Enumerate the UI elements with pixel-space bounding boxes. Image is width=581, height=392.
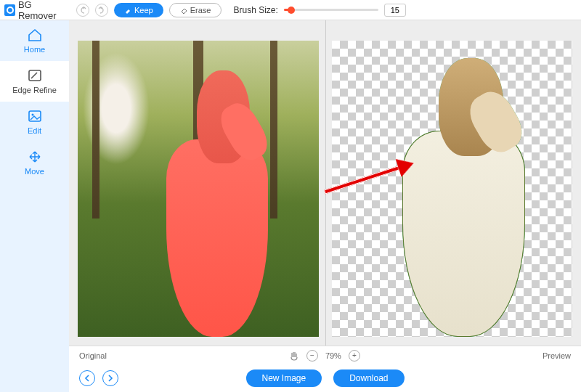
sidebar-item-label: Move: [25, 167, 44, 176]
app-title: BG Remover: [18, 0, 69, 21]
bottom-bar: New Image Download: [69, 364, 581, 392]
tree-icon: [92, 41, 99, 219]
brush-icon: [124, 7, 131, 14]
download-button[interactable]: Download: [333, 369, 404, 387]
home-icon: [27, 28, 43, 42]
sidebar-item-edge-refine[interactable]: Edge Refine: [0, 61, 69, 102]
chevron-left-icon: [84, 375, 90, 382]
brush-size-value[interactable]: 15: [384, 4, 406, 17]
erase-button[interactable]: Erase: [169, 3, 222, 17]
zoom-controls: − 79% +: [289, 350, 360, 362]
canvas-area: [69, 20, 581, 346]
sidebar-item-home[interactable]: Home: [0, 20, 69, 61]
new-image-button[interactable]: New Image: [245, 369, 322, 387]
svg-point-2: [31, 114, 33, 116]
original-label: Original: [79, 351, 107, 360]
logo-icon: [4, 4, 15, 16]
slider-thumb[interactable]: [288, 7, 295, 14]
pan-icon[interactable]: [289, 351, 299, 361]
chevron-right-icon: [107, 375, 113, 382]
status-bar: Original − 79% + Preview: [69, 346, 581, 364]
main-area: Keep Erase Brush Size: 15: [69, 0, 581, 392]
redo-button[interactable]: [95, 4, 108, 17]
zoom-value: 79%: [325, 351, 341, 360]
zoom-in-button[interactable]: +: [349, 350, 360, 362]
dress-shape: [166, 139, 268, 337]
zoom-out-button[interactable]: −: [306, 350, 318, 362]
sidebar-item-label: Edit: [28, 126, 41, 135]
preview-panel[interactable]: [332, 41, 573, 337]
sidebar-item-move[interactable]: Move: [0, 142, 69, 183]
sidebar-item-label: Edge Refine: [12, 86, 57, 94]
keep-label: Keep: [134, 6, 153, 15]
edge-refine-icon: [27, 68, 43, 83]
subject-mask: [160, 70, 275, 337]
dress-shape: [402, 131, 525, 337]
brush-size-label: Brush Size:: [233, 5, 277, 15]
sidebar: BG Remover Home Edge Refine Edit Move: [0, 0, 69, 392]
move-icon: [27, 150, 43, 164]
toolbar: Keep Erase Brush Size: 15: [69, 0, 581, 20]
eraser-icon: [180, 7, 187, 14]
sidebar-item-edit[interactable]: Edit: [0, 102, 69, 142]
prev-button[interactable]: [79, 370, 95, 386]
erase-label: Erase: [190, 6, 211, 15]
original-panel[interactable]: [78, 41, 319, 337]
next-button[interactable]: [102, 370, 118, 386]
cutout-subject: [394, 58, 534, 337]
brush-size-slider[interactable]: [284, 9, 378, 11]
panel-divider: [325, 20, 326, 346]
redo-icon: [98, 7, 105, 14]
preview-label: Preview: [543, 351, 571, 360]
keep-button[interactable]: Keep: [114, 3, 163, 17]
app-logo: BG Remover: [0, 0, 69, 20]
undo-button[interactable]: [76, 4, 89, 17]
sidebar-item-label: Home: [24, 45, 45, 54]
undo-icon: [79, 7, 86, 14]
edit-icon: [27, 109, 43, 123]
